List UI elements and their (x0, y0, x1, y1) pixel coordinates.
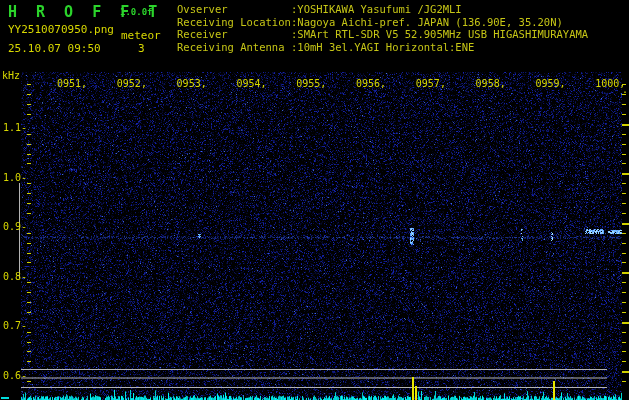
info-label: Receiver (177, 28, 291, 41)
x-axis-label: 0951, (57, 78, 87, 89)
y-axis-label: 0.7- (3, 320, 27, 331)
x-axis-label: 0959, (535, 78, 565, 89)
x-axis-label: 0956, (356, 78, 386, 89)
x-axis-label: 0952, (117, 78, 147, 89)
info-row: Receiving Location:Nagoya Aichi-pref. JA… (177, 16, 588, 29)
info-value: :SMArt RTL-SDR V5 52.905MHz USB HIGASHIM… (291, 28, 588, 40)
y-axis-label: 1.0- (3, 172, 27, 183)
spectrogram-canvas (0, 0, 629, 400)
hrofft-screen: H R O F F T 1.0.0f YY2510070950.png mete… (0, 0, 629, 400)
info-value: :Nagoya Aichi-pref. JAPAN (136.90E, 35.2… (291, 16, 563, 28)
station-info-block: Ovserver:YOSHIKAWA Yasufumi /JG2MLIRecei… (177, 3, 588, 53)
x-axis-label: 1000, (595, 78, 625, 89)
info-row: Ovserver:YOSHIKAWA Yasufumi /JG2MLI (177, 3, 588, 16)
y-axis-label: 0.6- (3, 370, 27, 381)
x-axis-label: 0954, (236, 78, 266, 89)
info-label: Receiving Location (177, 16, 291, 29)
y-axis-label: 1.1- (3, 122, 27, 133)
info-value: :YOSHIKAWA Yasufumi /JG2MLI (291, 3, 462, 15)
x-axis-label: 0953, (177, 78, 207, 89)
info-row: Receiving Antenna:10mH 3el.YAGI Horizont… (177, 41, 588, 54)
timestamp: 25.10.07 09:50 (8, 42, 101, 55)
info-label: Receiving Antenna (177, 41, 291, 54)
meteor-count: 3 (138, 42, 145, 55)
x-axis-label: 0955, (296, 78, 326, 89)
x-axis-label: 0958, (476, 78, 506, 89)
y-axis-label: 0.8- (3, 271, 27, 282)
info-row: Receiver:SMArt RTL-SDR V5 52.905MHz USB … (177, 28, 588, 41)
x-axis-label: 0957, (416, 78, 446, 89)
info-label: Ovserver (177, 3, 291, 16)
y-axis-unit: kHz (2, 70, 20, 81)
app-version: 1.0.0f (120, 7, 153, 17)
y-axis-label: 0.9- (3, 221, 27, 232)
info-value: :10mH 3el.YAGI Horizontal:ENE (291, 41, 474, 53)
mode-label: meteor (121, 29, 161, 42)
output-filename: YY2510070950.png (8, 23, 114, 36)
